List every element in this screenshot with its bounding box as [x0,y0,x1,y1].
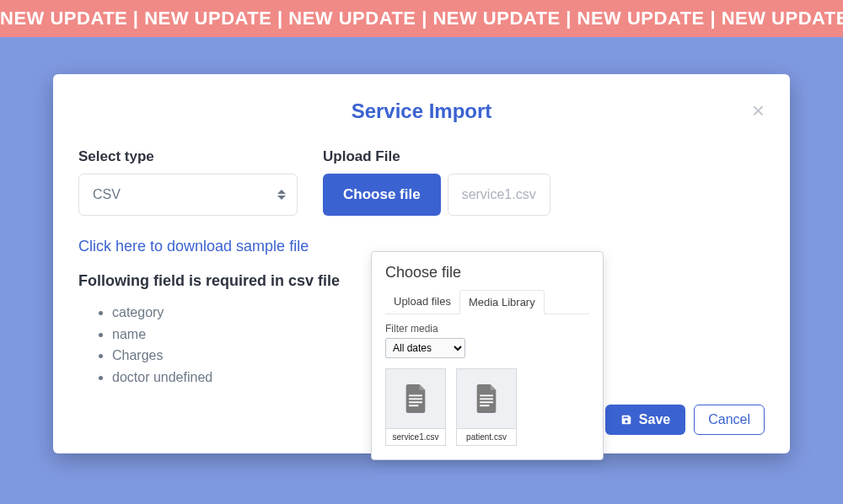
modal-footer: Save Cancel [605,405,765,435]
svg-rect-1 [409,398,422,399]
media-filename: patient.csv [456,429,517,446]
chooser-title: Choose file [385,264,589,281]
filter-media-label: Filter media [385,323,589,335]
upload-column: Upload File Choose file service1.csv [323,148,765,216]
filter-media-select[interactable]: All dates [385,338,465,358]
type-select-wrap: CSV [78,174,298,216]
type-select[interactable]: CSV [78,174,298,216]
upload-label: Upload File [323,148,765,165]
upload-row: Choose file service1.csv [323,174,765,216]
form-row: Select type CSV Upload File Choose file … [78,148,765,216]
selected-filename: service1.csv [448,174,550,216]
document-icon [475,384,498,413]
media-item-service1[interactable]: service1.csv [385,368,446,446]
tab-media-library[interactable]: Media Library [459,290,545,314]
modal-title: Service Import [352,99,492,123]
media-item-patient[interactable]: patient.csv [456,368,517,446]
cancel-button[interactable]: Cancel [694,405,765,435]
media-thumb [456,368,517,429]
svg-rect-3 [409,405,418,406]
save-icon [620,414,632,426]
document-icon [404,384,427,413]
media-grid: service1.csv patient.csv [385,368,589,446]
media-thumb [385,368,446,429]
file-chooser-popup: Choose file Upload files Media Library F… [371,251,604,460]
svg-rect-4 [480,394,493,396]
chooser-tabs: Upload files Media Library [385,290,589,314]
svg-rect-2 [409,401,422,403]
svg-rect-0 [409,394,422,396]
modal-header: Service Import × [78,99,765,123]
choose-file-button[interactable]: Choose file [323,174,441,216]
update-ticker: NEW UPDATE | NEW UPDATE | NEW UPDATE | N… [0,0,843,37]
svg-rect-6 [480,401,493,403]
type-label: Select type [78,148,298,165]
svg-rect-7 [480,405,489,406]
type-column: Select type CSV [78,148,298,216]
svg-rect-5 [480,398,493,399]
media-filename: service1.csv [385,429,446,446]
tab-upload-files[interactable]: Upload files [385,290,459,314]
save-button-label: Save [639,412,670,427]
close-icon[interactable]: × [752,99,765,121]
save-button[interactable]: Save [605,405,685,435]
